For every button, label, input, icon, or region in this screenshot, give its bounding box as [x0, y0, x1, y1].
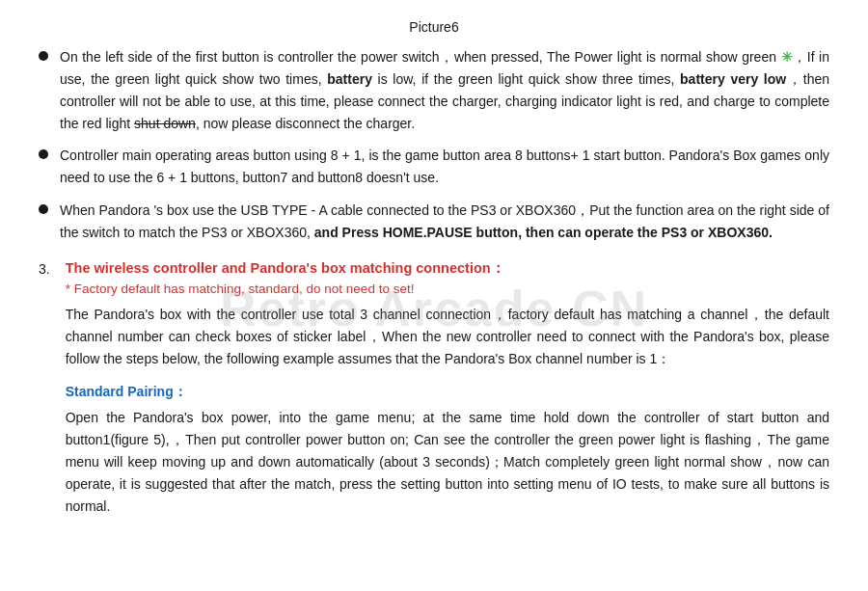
shut-down-text: shut down	[134, 116, 196, 131]
section-3-para1: The Pandora's box with the controller us…	[66, 304, 829, 370]
bullet-dot-1	[39, 51, 48, 61]
bullet-list: On the left side of the first button is …	[39, 46, 829, 244]
battery-bold-1: battery	[327, 71, 372, 87]
section-3: 3. The wireless controller and Pandora's…	[39, 259, 829, 528]
bullet-text-1: On the left side of the first button is …	[60, 46, 829, 135]
list-item: On the left side of the first button is …	[39, 46, 829, 135]
section-3-content: The wireless controller and Pandora's bo…	[66, 259, 829, 528]
bullet-text-2: Controller main operating areas button u…	[60, 145, 829, 189]
section-3-para2: Open the Pandora's box power, into the g…	[66, 407, 829, 518]
bullet-dot-3	[39, 204, 48, 214]
standard-pairing-heading: Standard Pairing：	[66, 384, 829, 401]
press-home-text: and Press HOME.PAUSE button, then can op…	[314, 225, 773, 240]
bullet-text-3: When Pandora 's box use the USB TYPE - A…	[60, 200, 829, 244]
green-star-icon: ✳	[781, 49, 793, 65]
page-title: Picture6	[39, 19, 829, 35]
battery-bold-2: battery very low	[680, 71, 786, 87]
list-item: Controller main operating areas button u…	[39, 145, 829, 189]
list-item: When Pandora 's box use the USB TYPE - A…	[39, 200, 829, 244]
factory-note: * Factory default has matching, standard…	[66, 282, 829, 296]
section-3-heading: The wireless controller and Pandora's bo…	[66, 259, 829, 278]
bullet-dot-2	[39, 149, 48, 159]
section-number-3: 3.	[39, 259, 50, 277]
